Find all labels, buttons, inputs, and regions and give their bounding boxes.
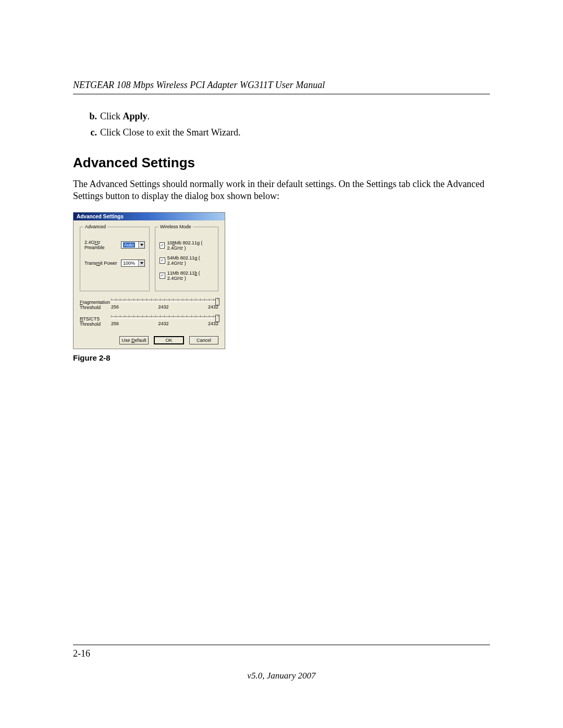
preamble-dropdown[interactable]: Auto (121, 241, 145, 249)
cancel-button[interactable]: Cancel (189, 336, 218, 344)
mode-54-checkbox[interactable]: ✓ (160, 257, 165, 264)
step-c-marker: c. (73, 127, 100, 138)
mode-54-row: ✓ 54Mb 802.11g ( 2.4GHz ) (160, 255, 214, 266)
fragmentation-slider-row: FragmentationThreshold 256 2432 2432 (80, 299, 218, 312)
page-header: NETGEAR 108 Mbps Wireless PCI Adapter WG… (73, 80, 490, 94)
advanced-legend: Advanced (83, 224, 107, 229)
fragmentation-slider[interactable]: 256 2432 2432 (111, 299, 218, 312)
advanced-group: Advanced 2.4GHz Preamble Auto Transmit P… (80, 227, 150, 291)
step-c-text: Click Close to exit the Smart Wizard. (100, 127, 490, 138)
header-rule (73, 94, 490, 94)
manual-page: NETGEAR 108 Mbps Wireless PCI Adapter WG… (0, 0, 563, 728)
figure-caption: Figure 2-8 (73, 353, 490, 362)
mode-11-label: 11Mb 802.11b ( 2.4GHz ) (167, 270, 214, 281)
rts-slider[interactable]: 256 2432 2432 (111, 315, 218, 329)
mode-11-checkbox[interactable]: ✓ (160, 273, 165, 279)
step-b-text: Click Apply. (100, 111, 490, 122)
use-default-button[interactable]: Use Default (119, 336, 149, 344)
mode-54-label: 54Mb 802.11g ( 2.4GHz ) (167, 255, 214, 266)
frag-min: 256 (111, 304, 119, 310)
dialog-button-row: Use Default OK Cancel (80, 336, 218, 344)
dialog-top-row: Advanced 2.4GHz Preamble Auto Transmit P… (80, 227, 218, 291)
svg-marker-0 (140, 244, 143, 246)
mode-108-checkbox[interactable]: ✓ (160, 242, 165, 249)
preamble-row: 2.4GHz Preamble Auto (84, 240, 145, 250)
footer-rule (73, 645, 490, 645)
power-row: Transmit Power 100% (84, 260, 145, 267)
dialog-title: Advanced Settings (74, 213, 225, 220)
step-b-marker: b. (73, 111, 100, 122)
step-c: c. Click Close to exit the Smart Wizard. (73, 127, 490, 138)
mode-11-row: ✓ 11Mb 802.11b ( 2.4GHz ) (160, 270, 214, 281)
version-line: v5.0, January 2007 (73, 671, 490, 681)
page-footer: 2-16 v5.0, January 2007 (73, 645, 490, 681)
power-label: Transmit Power (84, 261, 121, 266)
preamble-label: 2.4GHz Preamble (84, 240, 121, 250)
step-b-bold: Apply (123, 111, 148, 121)
wireless-legend: Wireless Mode (158, 224, 193, 229)
preamble-value: Auto (123, 242, 135, 248)
rts-min: 256 (111, 321, 119, 326)
ok-button[interactable]: OK (154, 336, 184, 344)
step-b-prefix: Click (100, 111, 123, 121)
power-dropdown[interactable]: 100% (121, 260, 145, 267)
svg-marker-1 (140, 262, 143, 264)
rts-slider-row: RTS/CTSThreshold 256 2432 2432 (80, 315, 218, 329)
advanced-settings-dialog: Advanced Settings Advanced 2.4GHz Preamb… (73, 212, 225, 349)
rts-mid: 2432 (158, 321, 168, 326)
power-value: 100% (123, 261, 135, 266)
doc-title: NETGEAR 108 Mbps Wireless PCI Adapter WG… (73, 80, 490, 91)
wireless-mode-group: Wireless Mode ✓ 108Mb 802.11g ( 2.4GHz )… (155, 227, 218, 291)
mode-108-label: 108Mb 802.11g ( 2.4GHz ) (167, 240, 214, 251)
section-heading: Advanced Settings (73, 155, 490, 171)
frag-mid: 2432 (158, 304, 168, 310)
section-paragraph: The Advanced Settings should normally wo… (73, 178, 490, 203)
chevron-down-icon[interactable] (138, 260, 144, 266)
dialog-body: Advanced 2.4GHz Preamble Auto Transmit P… (74, 220, 225, 349)
page-number: 2-16 (73, 648, 490, 659)
mode-108-row: ✓ 108Mb 802.11g ( 2.4GHz ) (160, 240, 214, 251)
fragmentation-label: FragmentationThreshold (80, 299, 111, 312)
step-b-suffix: . (148, 111, 150, 121)
chevron-down-icon[interactable] (138, 242, 144, 248)
step-b: b. Click Apply. (73, 111, 490, 122)
rts-label: RTS/CTSThreshold (80, 315, 111, 329)
